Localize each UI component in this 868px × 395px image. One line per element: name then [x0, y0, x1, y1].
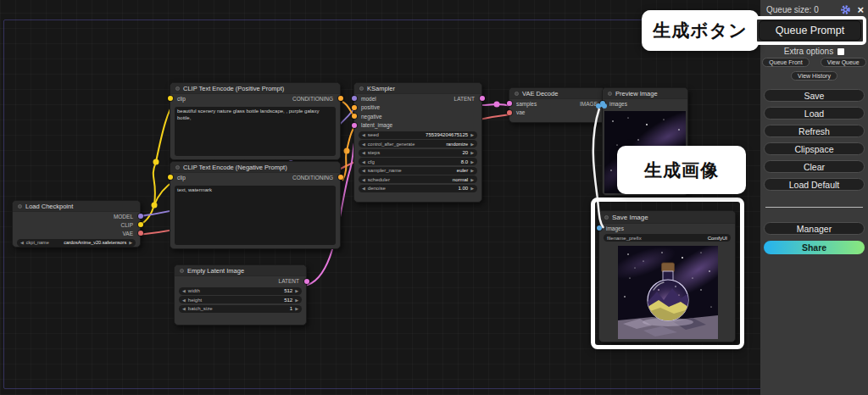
node-collapse-dot[interactable] [18, 204, 22, 209]
model-input-dot[interactable] [352, 96, 357, 101]
comfyui-menu-panel: Queue size: 0 × Extra options Queue Fron… [760, 0, 868, 395]
width-widget[interactable]: ◀ width 512 ▶ [179, 287, 302, 295]
widget-right-arrow-icon[interactable]: ▶ [129, 240, 132, 245]
conditioning-output-dot[interactable] [338, 175, 343, 180]
widget-right-arrow-icon[interactable]: ▶ [470, 159, 474, 164]
vae-input-dot[interactable] [507, 110, 512, 115]
slot-row-images: images [603, 99, 687, 108]
widget-left-arrow-icon[interactable]: ◀ [362, 177, 365, 182]
widget-right-arrow-icon[interactable]: ▶ [295, 288, 298, 293]
widget-right-arrow-icon[interactable]: ▶ [295, 306, 298, 311]
settings-gear-icon[interactable] [840, 4, 851, 15]
node-title-bar: Empty Latent Image [175, 265, 306, 276]
clip-output-dot[interactable] [138, 222, 143, 227]
node-clip-text-encode-positive[interactable]: CLIP Text Encode (Positive Prompt) clip … [170, 82, 341, 160]
node-title: Empty Latent Image [187, 267, 244, 275]
scheduler-widget[interactable]: ◀ scheduler normal ▶ [359, 175, 477, 183]
model-output-dot[interactable] [138, 214, 143, 219]
positive-prompt-textarea[interactable]: beautiful scenery nature glass bottle la… [175, 107, 336, 156]
node-title-bar: KSampler [354, 83, 481, 94]
widget-left-arrow-icon[interactable]: ◀ [20, 240, 24, 245]
slot-row-latent-image: latent_image [354, 121, 481, 131]
manager-button[interactable]: Manager [764, 222, 865, 235]
widget-left-arrow-icon[interactable]: ◀ [362, 132, 365, 137]
close-icon[interactable]: × [857, 6, 864, 14]
refresh-button[interactable]: Refresh [764, 125, 865, 137]
widget-left-arrow-icon[interactable]: ◀ [362, 142, 365, 147]
images-input-dot[interactable] [600, 101, 605, 106]
clear-button[interactable]: Clear [764, 160, 865, 173]
latent-output-dot[interactable] [480, 96, 485, 101]
seed-widget[interactable]: ◀ seed 755394204675125 ▶ [359, 131, 477, 139]
widget-right-arrow-icon[interactable]: ▶ [470, 150, 474, 155]
samples-input-dot[interactable] [507, 101, 512, 106]
clip-input-dot[interactable] [168, 175, 173, 180]
extra-options-row: Extra options [760, 47, 868, 56]
view-history-button[interactable]: View History [791, 71, 837, 81]
slot-row-vae: vae [509, 108, 604, 118]
output-row-clip: CLIP [13, 220, 140, 229]
view-queue-button[interactable]: View Queue [821, 58, 866, 67]
widget-left-arrow-icon[interactable]: ◀ [182, 298, 186, 303]
node-clip-text-encode-negative[interactable]: CLIP Text Encode (Negative Prompt) clip … [170, 161, 341, 249]
node-title: CLIP Text Encode (Negative Prompt) [183, 164, 287, 171]
node-title-bar: VAE Decode [509, 88, 604, 99]
queue-prompt-button[interactable]: Queue Prompt [759, 20, 861, 41]
node-collapse-dot[interactable] [359, 86, 364, 91]
widget-left-arrow-icon[interactable]: ◀ [362, 186, 365, 191]
node-title: KSampler [367, 85, 395, 92]
vae-output-dot[interactable] [138, 231, 143, 236]
queue-front-button[interactable]: Queue Front [762, 58, 809, 67]
widget-right-arrow-icon[interactable]: ▶ [470, 142, 474, 147]
latent-image-input-dot[interactable] [352, 123, 357, 128]
node-empty-latent-image[interactable]: Empty Latent Image LATENT ◀ width 512 ▶ … [174, 264, 307, 325]
widget-right-arrow-icon[interactable]: ▶ [470, 186, 474, 191]
cfg-widget[interactable]: ◀ cfg 8.0 ▶ [359, 158, 477, 165]
denoise-widget[interactable]: ◀ denoise 1.00 ▶ [359, 185, 477, 192]
node-collapse-dot[interactable] [608, 92, 612, 96]
node-title: Preview Image [615, 90, 658, 97]
node-collapse-dot[interactable] [515, 92, 519, 96]
save-image-highlight-box [591, 198, 744, 349]
load-button[interactable]: Load [764, 107, 865, 120]
steps-widget[interactable]: ◀ steps 20 ▶ [359, 149, 477, 157]
menu-header: Queue size: 0 × [766, 4, 864, 15]
node-vae-decode[interactable]: VAE Decode samples IMAGE vae [509, 87, 605, 123]
slot-row: clip CONDITIONING [170, 94, 340, 103]
widget-left-arrow-icon[interactable]: ◀ [362, 159, 365, 164]
latent-output-dot[interactable] [304, 279, 309, 284]
node-ksampler[interactable]: KSampler model LATENT positive negative … [353, 82, 482, 203]
node-collapse-dot[interactable] [180, 269, 184, 273]
widget-left-arrow-icon[interactable]: ◀ [182, 288, 186, 293]
height-widget[interactable]: ◀ height 512 ▶ [179, 296, 302, 303]
load-default-button[interactable]: Load Default [764, 178, 865, 191]
widget-left-arrow-icon[interactable]: ◀ [182, 306, 186, 311]
clip-input-dot[interactable] [168, 96, 173, 101]
slot-row-samples: samples IMAGE [509, 99, 604, 108]
sampler-name-widget[interactable]: ◀ sampler_name euler ▶ [359, 167, 477, 175]
widget-right-arrow-icon[interactable]: ▶ [295, 298, 298, 303]
control-after-generate-widget[interactable]: ◀ control_after_generate randomize ▶ [359, 140, 477, 147]
share-button[interactable]: Share [764, 241, 865, 254]
conditioning-output-dot[interactable] [338, 96, 343, 101]
negative-prompt-textarea[interactable]: text, watermark [175, 186, 336, 245]
widget-right-arrow-icon[interactable]: ▶ [470, 168, 474, 173]
node-collapse-dot[interactable] [175, 165, 180, 170]
output-row-model: MODEL [13, 212, 140, 220]
negative-input-dot[interactable] [352, 114, 357, 119]
save-button[interactable]: Save [764, 89, 865, 102]
widget-left-arrow-icon[interactable]: ◀ [362, 150, 365, 155]
widget-left-arrow-icon[interactable]: ◀ [362, 168, 365, 173]
node-collapse-dot[interactable] [175, 86, 180, 91]
history-pill-row: View History [760, 71, 868, 81]
node-load-checkpoint[interactable]: Load Checkpoint MODEL CLIP VAE ◀ ckpt_na… [12, 200, 141, 248]
positive-input-dot[interactable] [352, 105, 357, 110]
extra-options-label: Extra options [784, 47, 833, 56]
clipspace-button[interactable]: Clipspace [764, 142, 865, 155]
ckpt-name-widget[interactable]: ◀ ckpt_name cardosAnime_v20.safetensors … [17, 239, 136, 247]
widget-right-arrow-icon[interactable]: ▶ [470, 132, 474, 137]
extra-options-checkbox[interactable] [837, 48, 844, 55]
batch-size-widget[interactable]: ◀ batch_size 1 ▶ [179, 305, 302, 313]
queue-pill-row: Queue Front View Queue [760, 58, 868, 67]
widget-right-arrow-icon[interactable]: ▶ [470, 177, 474, 182]
